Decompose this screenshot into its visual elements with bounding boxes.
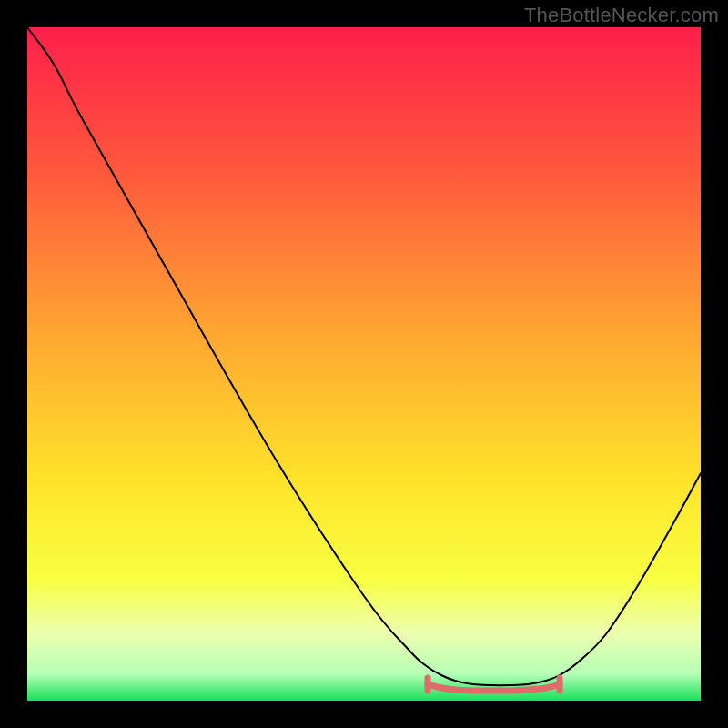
bottleneck-chart-svg xyxy=(0,0,728,728)
plot-area xyxy=(27,27,701,701)
chart-frame: TheBottleNecker.com xyxy=(0,0,728,728)
